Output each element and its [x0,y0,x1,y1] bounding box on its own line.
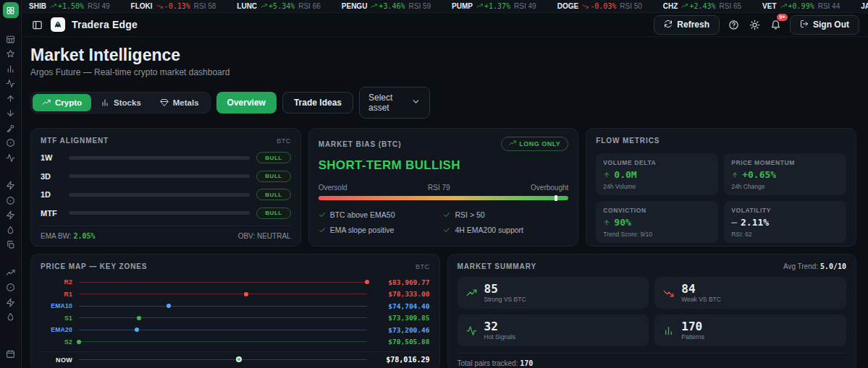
stat-label: Hot Signals [484,333,515,341]
stat-value: 85 [484,283,526,296]
trending-up-icon [371,3,377,9]
ticker-item[interactable]: VET+0.99%RSI 44 [762,2,840,10]
trending-up-icon [261,3,267,9]
ticker-item[interactable]: LUNC+5.34%RSI 66 [237,2,320,10]
arrow-up-icon [731,171,738,179]
metric-value: 90% [603,217,711,228]
level-price: $73,200.46 [374,326,430,334]
sidebar-item-target[interactable] [4,138,18,148]
level-dot [77,340,81,344]
market-tab-stocks[interactable]: Stocks [91,94,151,111]
flat-dash-icon: — [731,217,737,228]
total-pairs-stat: Total pairs tracked: 170 [458,353,847,367]
bias-state-text: SHORT-TERM BULLISH [319,158,569,173]
asset-select-dropdown[interactable]: Select asset [359,87,430,119]
timeframe-label: 1W [41,153,62,162]
ticker-item[interactable]: JASMY-0.18%RSI 57 [861,2,868,10]
ticker-item[interactable]: PUMP+1.37%RSI 49 [452,2,536,10]
dashboard-icon [6,6,15,15]
rocket-icon [53,20,63,30]
market-bias-panel: MARKET BIAS (BTC) LONG ONLY SHORT-TERM B… [308,128,579,247]
sidebar-item-droplet[interactable] [4,312,18,322]
sidebar-item-target[interactable] [4,195,18,205]
sidebar-item-copy[interactable] [4,240,18,250]
flow-metrics-panel: FLOW METRICS VOLUME DELTA0.0M24h VolumeP… [586,128,856,247]
help-button[interactable] [727,18,741,32]
ticker-change: +0.99% [780,2,814,10]
panel-title: MARKET BIAS (BTC) [319,140,402,148]
ticker-item[interactable]: CHZ+2.43%RSI 65 [663,2,741,10]
sidebar-item-zap[interactable] [4,181,18,191]
sidebar-item-droplet[interactable] [4,225,18,235]
stat-value: 84 [681,283,721,296]
table-icon [6,35,15,44]
check-icon [443,226,450,234]
timeframe-label: 1D [41,190,62,199]
market-tab-crypto[interactable]: Crypto [33,94,91,111]
summary-stat-card: 170Patterns [654,314,846,346]
bar-chart-icon [663,325,674,336]
droplet-icon [6,312,15,322]
ticker-item[interactable]: PENGU+3.46%RSI 59 [342,2,431,10]
sidebar-item-bar-chart[interactable] [4,64,18,74]
view-tab-overview[interactable]: Overview [216,92,277,114]
check-icon [319,226,326,234]
price-level-row: S1$73,309.85 [41,312,430,325]
chevron-down-icon [411,97,421,108]
sidebar-item-target[interactable] [4,283,18,293]
ticker-rsi: RSI 49 [88,2,110,10]
stat-value: 170 [681,320,704,333]
sidebar-item-trending-up[interactable] [4,268,18,278]
flow-metric-card: PRICE MOMENTUM+0.65%24h Change [724,153,846,195]
key-icon [6,124,15,133]
level-price: $70,505.88 [374,338,430,346]
app-logo[interactable] [3,2,19,18]
sidebar-item-arrow-up[interactable] [4,93,18,103]
price-map-panel: PRICE MAP — KEY ZONES BTC R2$83,969.77R1… [30,254,440,368]
level-dot [167,304,171,308]
panel-title: MARKET SUMMARY [458,262,536,270]
ema-bw-stat: EMA BW: 2.05% [41,232,96,240]
sidebar-item-activity[interactable] [4,79,18,89]
alignment-bar [69,193,250,197]
sign-out-button[interactable]: Sign Out [790,15,859,35]
avg-trend-stat: Avg Trend: 5.0/10 [783,262,846,270]
theme-toggle-button[interactable] [748,18,762,32]
refresh-button[interactable]: Refresh [654,15,720,35]
ticker-item[interactable]: SHIB+1.50%RSI 49 [29,2,110,10]
ticker-symbol: SHIB [29,2,46,10]
ticker-change: -0.03% [582,2,616,10]
sidebar-item-arrow-down[interactable] [4,108,18,119]
bull-badge: BULL [256,171,290,182]
level-price: $74,704.40 [374,302,430,310]
sidebar-item-activity[interactable] [4,153,18,163]
page-subtitle: Argos Future — Real-time crypto market d… [30,67,856,77]
ticker-rsi: RSI 49 [514,2,536,10]
metric-sublabel: Trend Score: 9/10 [603,231,711,238]
sidebar-item-zap[interactable] [4,297,18,307]
level-price: $73,309.85 [374,314,430,322]
sidebar-item-zap[interactable] [4,210,18,221]
view-tab-trade-ideas[interactable]: Trade Ideas [282,92,353,114]
sidebar-item-key[interactable] [4,123,18,133]
bias-check-item: RSI > 50 [443,210,568,219]
star-icon [6,49,15,59]
sidebar-item-calendar[interactable] [4,349,18,359]
stat-label: Weak VS BTC [681,296,721,303]
sidebar-toggle-icon[interactable] [30,18,44,32]
now-price: $78,016.29 [374,356,430,364]
ticker-rsi: RSI 58 [194,2,216,10]
ticker-change: +5.34% [261,2,295,10]
level-label: R1 [41,291,72,298]
ticker-item[interactable]: FLOKI-0.13%RSI 58 [131,2,216,10]
sidebar-item-star[interactable] [4,49,18,59]
refresh-icon [664,20,673,28]
notifications-button[interactable]: 9+ [769,18,783,32]
calendar-icon [6,349,15,359]
market-tab-metals[interactable]: Metals [151,94,208,111]
refresh-icon [664,20,673,30]
ticker-item[interactable]: DOGE-0.03%RSI 50 [557,2,642,10]
mtf-row: 1DBULL [41,189,291,200]
bull-badge: BULL [256,207,290,219]
sidebar-item-table[interactable] [4,34,18,44]
